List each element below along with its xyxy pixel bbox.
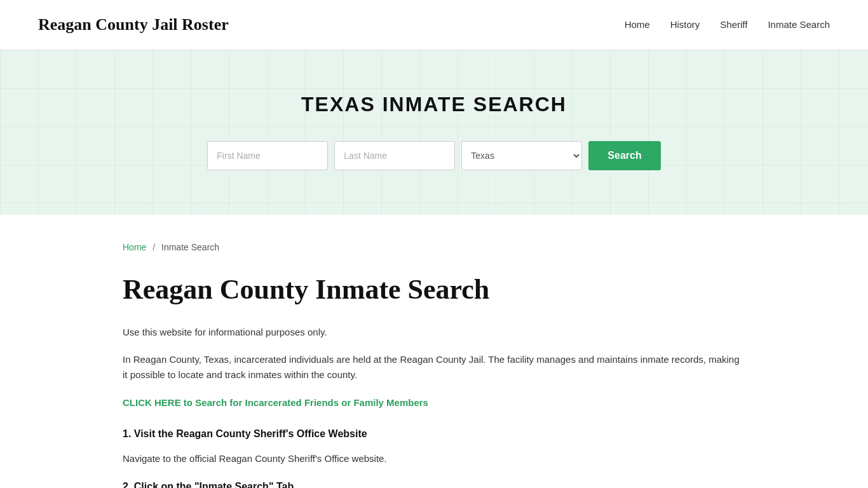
site-logo[interactable]: Reagan County Jail Roster: [38, 11, 229, 38]
inmate-search-form: Texas Search: [13, 141, 855, 170]
nav-item-home: Home: [625, 17, 650, 33]
nav-link-sheriff[interactable]: Sheriff: [720, 19, 747, 30]
nav-link-inmate-search[interactable]: Inmate Search: [768, 19, 830, 30]
nav-item-inmate-search: Inmate Search: [768, 17, 830, 33]
site-header: Reagan County Jail Roster Home History S…: [0, 0, 868, 50]
page-heading: Reagan County Inmate Search: [123, 273, 745, 307]
breadcrumb-home-link[interactable]: Home: [123, 242, 146, 252]
breadcrumb-current: Inmate Search: [161, 242, 219, 252]
last-name-input[interactable]: [334, 141, 455, 170]
state-select[interactable]: Texas: [461, 141, 582, 170]
breadcrumb: Home / Inmate Search: [123, 240, 745, 254]
intro-paragraph-1: Use this website for informational purpo…: [123, 325, 745, 341]
first-name-input[interactable]: [207, 141, 328, 170]
search-button[interactable]: Search: [588, 141, 660, 170]
nav-item-history: History: [670, 17, 700, 33]
nav-list: Home History Sheriff Inmate Search: [625, 17, 830, 33]
cta-search-link[interactable]: CLICK HERE to Search for Incarcerated Fr…: [123, 395, 428, 410]
nav-link-history[interactable]: History: [670, 19, 700, 30]
intro-paragraph-2: In Reagan County, Texas, incarcerated in…: [123, 352, 745, 384]
step-1-body: Navigate to the official Reagan County S…: [123, 451, 745, 467]
main-content: Home / Inmate Search Reagan County Inmat…: [85, 215, 783, 488]
main-nav: Home History Sheriff Inmate Search: [625, 17, 830, 33]
hero-title: TEXAS INMATE SEARCH: [13, 88, 855, 121]
nav-link-home[interactable]: Home: [625, 19, 650, 30]
step-2-heading: 2. Click on the "Inmate Search" Tab: [123, 478, 745, 488]
hero-section: TEXAS INMATE SEARCH Texas Search: [0, 50, 868, 215]
nav-item-sheriff: Sheriff: [720, 17, 747, 33]
step-1-heading: 1. Visit the Reagan County Sheriff's Off…: [123, 426, 745, 442]
breadcrumb-separator: /: [153, 242, 155, 252]
